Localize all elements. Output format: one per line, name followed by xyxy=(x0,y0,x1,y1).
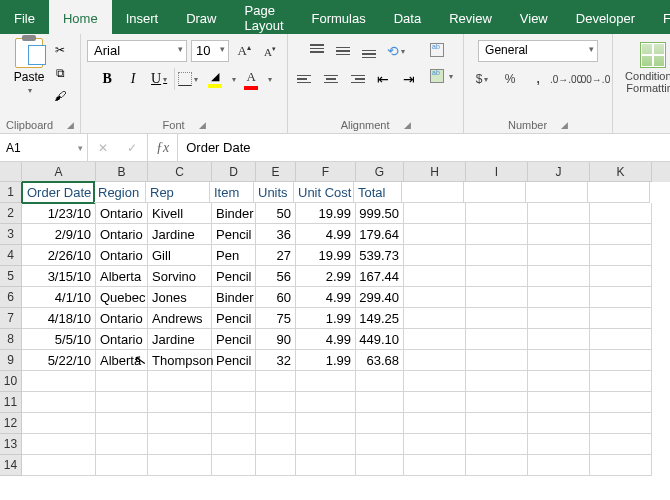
row-header-13[interactable]: 13 xyxy=(0,434,22,455)
cell-C14[interactable] xyxy=(148,455,212,476)
cell-A5[interactable]: 3/15/10 xyxy=(22,266,96,287)
cell-F4[interactable]: 19.99 xyxy=(296,245,356,266)
cell-G4[interactable]: 539.73 xyxy=(356,245,404,266)
cell-F10[interactable] xyxy=(296,371,356,392)
cell-C10[interactable] xyxy=(148,371,212,392)
cell-A1[interactable]: Order Date xyxy=(21,181,95,204)
cell-F5[interactable]: 2.99 xyxy=(296,266,356,287)
cell-E12[interactable] xyxy=(256,413,296,434)
cell-D14[interactable] xyxy=(212,455,256,476)
align-left-button[interactable] xyxy=(294,69,316,89)
cell-B9[interactable]: Alberta xyxy=(96,350,148,371)
cell-B7[interactable]: Ontario xyxy=(96,308,148,329)
cell-I7[interactable] xyxy=(466,308,528,329)
fx-icon[interactable]: ƒx xyxy=(148,134,178,161)
italic-button[interactable]: I xyxy=(122,68,144,90)
cell-B14[interactable] xyxy=(96,455,148,476)
cell-D4[interactable]: Pen xyxy=(212,245,256,266)
cell-H7[interactable] xyxy=(404,308,466,329)
tab-data[interactable]: Data xyxy=(380,0,435,34)
cell-J13[interactable] xyxy=(528,434,590,455)
cell-H2[interactable] xyxy=(404,203,466,224)
align-middle-button[interactable] xyxy=(333,41,355,61)
cell-H9[interactable] xyxy=(404,350,466,371)
cell-K9[interactable] xyxy=(590,350,652,371)
decrease-indent-button[interactable]: ⇤ xyxy=(372,68,394,90)
cell-H1[interactable] xyxy=(402,182,464,203)
cell-I14[interactable] xyxy=(466,455,528,476)
cell-I11[interactable] xyxy=(466,392,528,413)
row-header-4[interactable]: 4 xyxy=(0,245,22,266)
row-header-6[interactable]: 6 xyxy=(0,287,22,308)
borders-button[interactable]: ▾ xyxy=(174,68,200,90)
row-header-9[interactable]: 9 xyxy=(0,350,22,371)
fill-color-dd[interactable]: ▾ xyxy=(232,75,236,84)
column-header-I[interactable]: I xyxy=(466,162,528,182)
cell-A6[interactable]: 4/1/10 xyxy=(22,287,96,308)
cell-E11[interactable] xyxy=(256,392,296,413)
cell-H4[interactable] xyxy=(404,245,466,266)
row-header-3[interactable]: 3 xyxy=(0,224,22,245)
cell-I1[interactable] xyxy=(464,182,526,203)
cell-A4[interactable]: 2/26/10 xyxy=(22,245,96,266)
align-top-button[interactable] xyxy=(307,41,329,61)
cell-A14[interactable] xyxy=(22,455,96,476)
cancel-formula-button[interactable]: ✕ xyxy=(98,141,108,155)
tab-draw[interactable]: Draw xyxy=(172,0,230,34)
cell-F6[interactable]: 4.99 xyxy=(296,287,356,308)
cell-E10[interactable] xyxy=(256,371,296,392)
percent-format-button[interactable]: % xyxy=(498,68,522,90)
cell-H13[interactable] xyxy=(404,434,466,455)
cell-G11[interactable] xyxy=(356,392,404,413)
cell-D2[interactable]: Binder xyxy=(212,203,256,224)
cell-B12[interactable] xyxy=(96,413,148,434)
cell-G6[interactable]: 299.40 xyxy=(356,287,404,308)
cell-H3[interactable] xyxy=(404,224,466,245)
cell-D9[interactable]: Pencil xyxy=(212,350,256,371)
cell-J7[interactable] xyxy=(528,308,590,329)
cell-E4[interactable]: 27 xyxy=(256,245,296,266)
cell-F3[interactable]: 4.99 xyxy=(296,224,356,245)
cell-E2[interactable]: 50 xyxy=(256,203,296,224)
cell-A3[interactable]: 2/9/10 xyxy=(22,224,96,245)
merge-center-button[interactable]: ▾ xyxy=(426,66,457,86)
font-color-button[interactable]: A xyxy=(240,68,262,90)
cell-A10[interactable] xyxy=(22,371,96,392)
cell-K8[interactable] xyxy=(590,329,652,350)
tab-page-layout[interactable]: Page Layout xyxy=(231,0,298,34)
cell-D1[interactable]: Item xyxy=(210,182,254,203)
row-header-12[interactable]: 12 xyxy=(0,413,22,434)
cut-button[interactable]: ✂ xyxy=(50,40,70,60)
tab-home[interactable]: Home xyxy=(49,0,112,34)
cell-J2[interactable] xyxy=(528,203,590,224)
cell-I10[interactable] xyxy=(466,371,528,392)
alignment-dialog-launcher[interactable]: ◢ xyxy=(404,120,411,130)
cell-D7[interactable]: Pencil xyxy=(212,308,256,329)
cell-B2[interactable]: Ontario xyxy=(96,203,148,224)
cell-J5[interactable] xyxy=(528,266,590,287)
cell-J4[interactable] xyxy=(528,245,590,266)
increase-decimal-button[interactable]: .0→.00 xyxy=(554,68,578,90)
cell-I4[interactable] xyxy=(466,245,528,266)
font-dialog-launcher[interactable]: ◢ xyxy=(199,120,206,130)
wrap-text-button[interactable] xyxy=(426,40,448,60)
cell-A12[interactable] xyxy=(22,413,96,434)
cell-J9[interactable] xyxy=(528,350,590,371)
cell-A11[interactable] xyxy=(22,392,96,413)
cell-G10[interactable] xyxy=(356,371,404,392)
cell-C12[interactable] xyxy=(148,413,212,434)
cell-A2[interactable]: 1/23/10 xyxy=(22,203,96,224)
cell-D3[interactable]: Pencil xyxy=(212,224,256,245)
bold-button[interactable]: B xyxy=(96,68,118,90)
cell-G13[interactable] xyxy=(356,434,404,455)
cell-D11[interactable] xyxy=(212,392,256,413)
cell-F13[interactable] xyxy=(296,434,356,455)
row-header-11[interactable]: 11 xyxy=(0,392,22,413)
row-header-7[interactable]: 7 xyxy=(0,308,22,329)
column-header-E[interactable]: E xyxy=(256,162,296,182)
row-header-2[interactable]: 2 xyxy=(0,203,22,224)
cell-C9[interactable]: Thompson xyxy=(148,350,212,371)
cell-J10[interactable] xyxy=(528,371,590,392)
cell-D8[interactable]: Pencil xyxy=(212,329,256,350)
cell-I13[interactable] xyxy=(466,434,528,455)
